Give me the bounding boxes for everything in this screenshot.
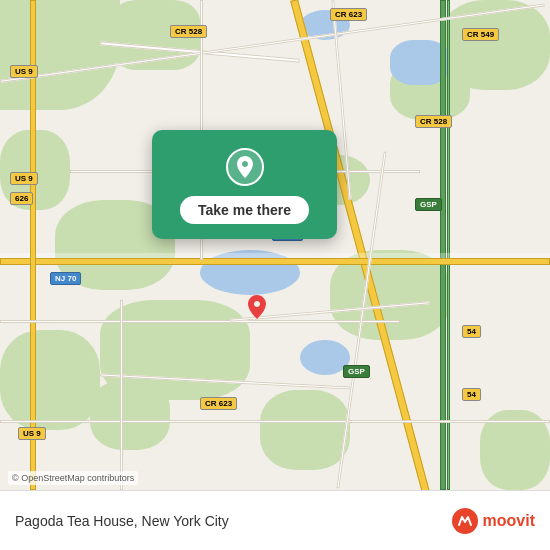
- map-container: US 9 CR 528 CR 623 CR 549 CR 528 GSP NJ …: [0, 0, 550, 490]
- green-area: [260, 390, 350, 470]
- road-label-cr549: CR 549: [462, 28, 499, 41]
- green-area: [0, 0, 120, 110]
- road-label-gsp-bot: GSP: [343, 365, 370, 378]
- gsp-highway: [440, 0, 446, 490]
- bottom-bar: Pagoda Tea House, New York City moovit: [0, 490, 550, 550]
- local-road: [120, 300, 123, 490]
- road-label-nj70-left: NJ 70: [50, 272, 81, 285]
- nj70-road-marking: [0, 253, 550, 258]
- road-label-gsp-top: GSP: [415, 198, 442, 211]
- green-area: [440, 0, 550, 90]
- moovit-text: moovit: [483, 512, 535, 530]
- location-pin-icon: [226, 148, 264, 186]
- local-road: [0, 320, 400, 323]
- green-area: [0, 330, 100, 430]
- road-label-cr528-right: CR 528: [415, 115, 452, 128]
- location-title: Pagoda Tea House, New York City: [15, 513, 443, 529]
- local-road: [0, 420, 550, 423]
- take-me-there-button[interactable]: Take me there: [180, 196, 309, 224]
- moovit-logo: moovit: [451, 507, 535, 535]
- road-label-cr623-bot: CR 623: [200, 397, 237, 410]
- moovit-icon: [451, 507, 479, 535]
- popup-card: Take me there: [152, 130, 337, 239]
- road-label-54-top: 54: [462, 325, 481, 338]
- road-label-cr623-top: CR 623: [330, 8, 367, 21]
- road-label-us9-mid: US 9: [10, 172, 38, 185]
- road-label-us9-bot: US 9: [18, 427, 46, 440]
- map-pin-small: [248, 295, 266, 323]
- road-label-us9-top: US 9: [10, 65, 38, 78]
- road-label-626: 626: [10, 192, 33, 205]
- road-label-cr528-top: CR 528: [170, 25, 207, 38]
- road-label-54-bot: 54: [462, 388, 481, 401]
- nj70-road: [0, 258, 550, 265]
- map-background: US 9 CR 528 CR 623 CR 549 CR 528 GSP NJ …: [0, 0, 550, 490]
- copyright-text: © OpenStreetMap contributors: [8, 471, 138, 485]
- gsp-highway-stripe: [447, 0, 450, 490]
